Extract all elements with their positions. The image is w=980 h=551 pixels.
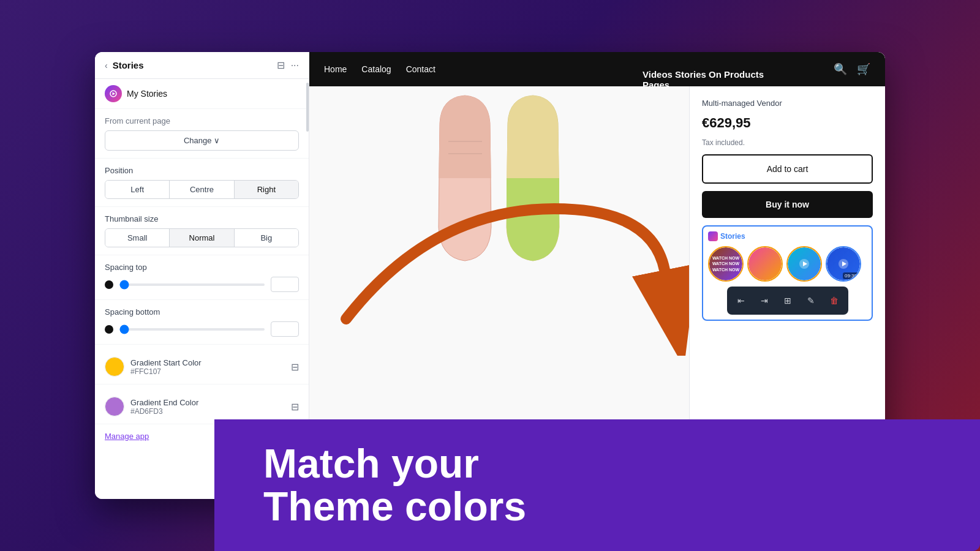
- nav-links: Home Catalog Contact: [324, 64, 579, 74]
- my-stories-label: My Stories: [127, 89, 167, 99]
- story-thumb-2[interactable]: [747, 246, 783, 282]
- position-left-btn[interactable]: Left: [105, 181, 170, 198]
- gradient-end-label: Gradient End Color: [130, 398, 285, 407]
- search-nav-icon[interactable]: 🔍: [834, 62, 847, 76]
- story-thumb-1[interactable]: WATCH NOW WATCH NOW WATCH NOW: [708, 246, 744, 282]
- nav-actions: 🔍 🛒: [834, 62, 870, 76]
- overlay-line-2: Theme colors: [263, 484, 526, 529]
- nav-home[interactable]: Home: [324, 64, 347, 74]
- gradient-start-layer-icon[interactable]: ⊟: [291, 361, 299, 373]
- snowboard-1: [436, 92, 494, 264]
- thumbnail-normal-btn[interactable]: Normal: [170, 229, 234, 247]
- story-thumb-3[interactable]: [786, 246, 822, 282]
- snowboard-2: [504, 92, 562, 264]
- stories-display-section: Stories WATCH NOW WATCH NOW WATCH NOW: [702, 225, 873, 321]
- position-label: Position: [105, 166, 299, 175]
- spacing-top-slider[interactable]: [119, 283, 265, 286]
- gradient-start-swatch[interactable]: [105, 357, 124, 377]
- thumbnail-big-btn[interactable]: Big: [235, 229, 298, 247]
- spacing-bottom-label: Spacing bottom: [105, 307, 299, 317]
- more-options-icon[interactable]: ···: [291, 60, 299, 71]
- toolbar-grid-btn[interactable]: ⊞: [777, 290, 798, 311]
- svg-marker-1: [113, 92, 116, 96]
- vendor-name: Multi-managed Vendor: [702, 99, 873, 108]
- nav-catalog[interactable]: Catalog: [361, 64, 391, 74]
- save-icon[interactable]: ⊟: [277, 59, 285, 71]
- sidebar-header-right: ⊟ ···: [277, 59, 299, 71]
- sidebar-header: ‹ Stories ⊟ ···: [95, 52, 309, 79]
- gradient-end-hex: #AD6FD3: [130, 407, 285, 416]
- gradient-end-row: Gradient End Color #AD6FD3 ⊟: [105, 397, 299, 416]
- story-thumb-4[interactable]: 09:30: [826, 246, 861, 282]
- spacing-bottom-slider[interactable]: [119, 328, 265, 331]
- sidebar-header-left: ‹ Stories: [105, 60, 144, 70]
- product-price: €629,95: [702, 115, 873, 131]
- spacing-bottom-section: Spacing bottom 0: [95, 300, 309, 345]
- play-time-indicator: 09:30: [843, 272, 859, 279]
- cart-nav-icon[interactable]: 🛒: [857, 62, 870, 76]
- gradient-end-layer-icon[interactable]: ⊟: [291, 401, 299, 413]
- stories-badge: Stories: [708, 231, 867, 241]
- buy-now-button[interactable]: Buy it now: [702, 191, 873, 218]
- stories-badge-icon: [708, 231, 718, 241]
- position-right-btn[interactable]: Right: [235, 181, 298, 198]
- change-button[interactable]: Change ∨: [105, 130, 299, 151]
- gradient-start-label: Gradient Start Color: [130, 358, 285, 367]
- add-to-cart-button[interactable]: Add to cart: [702, 154, 873, 184]
- stories-badge-text: Stories: [720, 232, 745, 241]
- overlay-text: Match your Theme colors: [263, 443, 931, 528]
- gradient-start-row: Gradient Start Color #FFC107 ⊟: [105, 357, 299, 377]
- spacing-top-value[interactable]: 0: [271, 277, 299, 292]
- spacing-top-row: 0: [105, 277, 299, 292]
- thumbnail-size-label: Thumbnail size: [105, 214, 299, 223]
- thumbnail-small-btn[interactable]: Small: [105, 229, 170, 247]
- back-button[interactable]: ‹: [105, 61, 108, 70]
- position-section: Position Left Centre Right: [95, 159, 309, 207]
- from-current-page-label: From current page: [105, 116, 299, 126]
- stories-icon: [105, 85, 122, 102]
- story-thumb-inner-1: WATCH NOW WATCH NOW WATCH NOW: [709, 247, 742, 280]
- overlay-line-1: Match your: [263, 441, 479, 486]
- spacing-bottom-value[interactable]: 0: [271, 321, 299, 337]
- gradient-start-info: Gradient Start Color #FFC107: [130, 358, 285, 376]
- from-current-page-section: From current page Change ∨: [95, 109, 309, 159]
- story-thumb-inner-3: [788, 247, 821, 280]
- gradient-start-hex: #FFC107: [130, 367, 285, 376]
- store-nav: Home Catalog Contact Videos Stories On P…: [309, 52, 885, 86]
- action-toolbar: ⇤ ⇥ ⊞ ✎ 🗑: [727, 287, 848, 315]
- my-stories-item[interactable]: My Stories: [95, 79, 309, 109]
- overlay-text-banner: Match your Theme colors: [214, 419, 980, 551]
- sidebar-title: Stories: [113, 60, 144, 70]
- gradient-end-swatch[interactable]: [105, 397, 124, 416]
- gradient-start-section: Gradient Start Color #FFC107 ⊟: [95, 345, 309, 384]
- thumbnail-size-section: Thumbnail size Small Normal Big: [95, 207, 309, 255]
- story-thumbnails: WATCH NOW WATCH NOW WATCH NOW: [708, 246, 867, 282]
- spacing-top-section: Spacing top 0: [95, 255, 309, 300]
- toolbar-align-right-btn[interactable]: ⇥: [754, 290, 775, 311]
- story-thumb-inner-2: [748, 247, 782, 280]
- toolbar-delete-btn[interactable]: 🗑: [824, 290, 845, 311]
- tax-label: Tax included.: [702, 138, 873, 147]
- position-button-group: Left Centre Right: [105, 180, 299, 199]
- spacing-top-label: Spacing top: [105, 263, 299, 272]
- spacing-bottom-row: 0: [105, 321, 299, 337]
- nav-contact[interactable]: Contact: [406, 64, 435, 74]
- gradient-end-info: Gradient End Color #AD6FD3: [130, 398, 285, 416]
- range-dot-top: [105, 280, 113, 289]
- toolbar-edit-btn[interactable]: ✎: [801, 290, 821, 311]
- thumbnail-button-group: Small Normal Big: [105, 228, 299, 247]
- position-centre-btn[interactable]: Centre: [170, 181, 234, 198]
- gradient-end-section: Gradient End Color #AD6FD3 ⊟: [95, 384, 309, 424]
- range-dot-bottom: [105, 325, 113, 334]
- toolbar-align-left-btn[interactable]: ⇤: [731, 290, 752, 311]
